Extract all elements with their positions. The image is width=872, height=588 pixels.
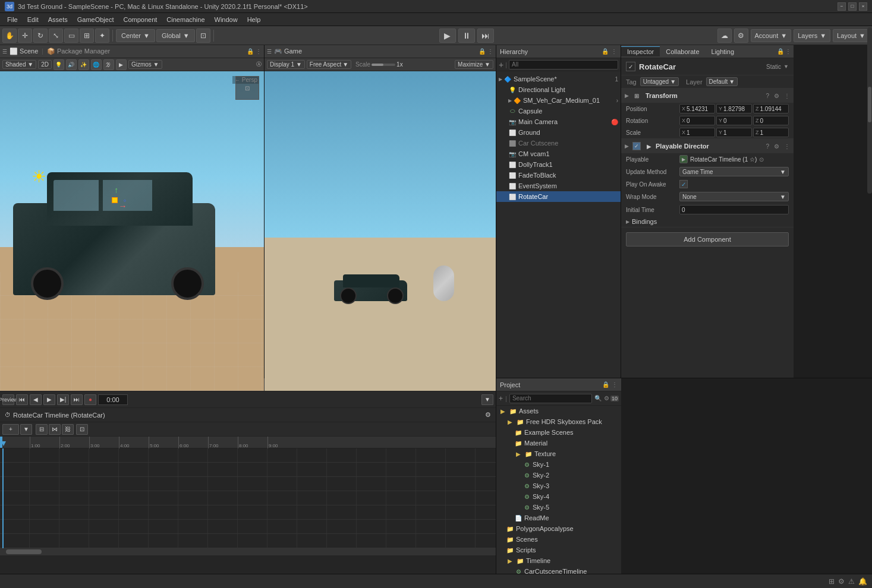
tab-lighting[interactable]: Lighting [706, 47, 741, 56]
transform-tool-button[interactable]: ⊞ [80, 29, 94, 43]
snap-button[interactable]: ⊡ [196, 29, 210, 43]
transform-help[interactable]: ? [766, 93, 769, 99]
timeline-next-button[interactable]: ▶| [57, 394, 69, 405]
scale-y[interactable]: Y 1 [716, 128, 752, 137]
aspect-dropdown[interactable]: Free Aspect ▼ [307, 60, 351, 69]
project-scrollbar[interactable] [867, 27, 872, 194]
proj-examplescenes[interactable]: 📁 Example Scenes [496, 427, 621, 438]
center-toggle[interactable]: Center ▼ [116, 29, 155, 42]
layer-dropdown[interactable]: Default ▼ [706, 77, 738, 86]
proj-scripts[interactable]: 📁 Scripts [496, 545, 621, 555]
scene-menu-icon[interactable]: ⋮ [256, 48, 262, 55]
hierarchy-lock[interactable]: 🔒 [602, 48, 609, 55]
scale-x[interactable]: X 1 [679, 128, 715, 137]
hier-item-rotatecar[interactable]: ⬜ RotateCar [496, 191, 621, 202]
menu-cinemachine[interactable]: Cinemachine [162, 15, 209, 24]
update-method-dropdown[interactable]: Game Time ▼ [679, 167, 789, 176]
static-arrow[interactable]: ▼ [783, 64, 789, 69]
proj-sky4[interactable]: ⚙ Sky-4 [496, 491, 621, 502]
rotation-x[interactable]: X 0 [679, 116, 715, 125]
scene-fx-btn[interactable]: ✨ [78, 59, 89, 70]
preview-button[interactable]: Preview [2, 394, 14, 405]
project-lock[interactable]: 🔒 [602, 381, 609, 388]
menu-file[interactable]: File [2, 15, 23, 24]
rotate-tool-button[interactable]: ↻ [33, 29, 48, 43]
proj-sky3[interactable]: ⚙ Sky-3 [496, 480, 621, 491]
playdir-help[interactable]: ? [766, 143, 769, 150]
proj-freehdrskyboxes[interactable]: ▶ 📁 Free HDR Skyboxes Pack [496, 416, 621, 427]
transform-settings[interactable]: ⚙ [774, 93, 779, 99]
position-x[interactable]: X 5.14231 [679, 104, 715, 113]
status-icon-2[interactable]: ⚙ [838, 577, 845, 586]
position-y[interactable]: Y 1.82798 [716, 104, 752, 113]
display-dropdown[interactable]: Display 1 ▼ [267, 60, 305, 69]
initial-time-field[interactable]: 0 [679, 205, 789, 214]
playable-director-header[interactable]: ▶ ✓ ▶ Playable Director ? ⚙ ⋮ [621, 139, 794, 153]
proj-readme[interactable]: 📄 ReadMe [496, 513, 621, 523]
timeline-prev-button[interactable]: ◀ [30, 394, 42, 405]
menu-edit[interactable]: Edit [23, 15, 43, 24]
inspector-lock[interactable]: 🔒 [777, 48, 784, 55]
close-button[interactable]: × [859, 2, 867, 11]
hier-item-capsule[interactable]: ⬭ Capsule [496, 106, 621, 116]
menu-assets[interactable]: Assets [43, 15, 73, 24]
menu-window[interactable]: Window [210, 15, 243, 24]
hierarchy-add-button[interactable]: + [499, 60, 503, 69]
proj-material[interactable]: 📁 Material [496, 438, 621, 448]
scene-light-btn[interactable]: 💡 [53, 59, 64, 70]
project-search-input[interactable] [509, 394, 592, 403]
timeline-scrollbar-h[interactable] [0, 548, 496, 555]
project-add[interactable]: + [499, 394, 503, 403]
2d-button[interactable]: 2D [38, 60, 52, 69]
layers-dropdown[interactable]: Layers ▼ [794, 29, 830, 42]
hier-item-dirlight[interactable]: 💡 Directional Light [496, 84, 621, 95]
timeline-start-button[interactable]: ⏮ [16, 394, 28, 405]
proj-sky5[interactable]: ⚙ Sky-5 [496, 502, 621, 513]
timeline-scrollbar-thumb[interactable] [6, 549, 42, 554]
status-icon-3[interactable]: ⚠ [848, 577, 855, 586]
tab-inspector[interactable]: Inspector [621, 46, 660, 56]
game-lock-icon[interactable]: 🔒 [479, 48, 486, 55]
playdir-menu[interactable]: ⋮ [784, 143, 790, 150]
playdir-settings[interactable]: ⚙ [774, 143, 779, 150]
timeline-clip-gear[interactable]: ⚙ [485, 411, 491, 419]
shading-dropdown[interactable]: Shaded ▼ [2, 60, 36, 69]
scene-fog-btn[interactable]: 🌫 [103, 59, 114, 70]
menu-gameobject[interactable]: GameObject [73, 15, 119, 24]
timeline-join-btn[interactable]: ⋈ [49, 424, 61, 435]
timeline-end-button[interactable]: ⏭ [71, 394, 83, 405]
nav-cube[interactable]: ⊡ [235, 76, 259, 100]
playdir-enable[interactable]: ✓ [632, 142, 641, 150]
timeline-dropdown-btn[interactable]: ▼ [481, 394, 493, 405]
play-on-awake-checkbox[interactable]: ✓ [679, 180, 688, 188]
tag-dropdown[interactable]: Untagged ▼ [640, 77, 679, 86]
play-button[interactable]: ▶ [439, 29, 456, 43]
rotation-z[interactable]: Z 0 [753, 116, 789, 125]
object-active-checkbox[interactable]: ✓ [626, 62, 635, 71]
proj-scenes[interactable]: 📁 Scenes [496, 534, 621, 545]
minimize-button[interactable]: − [838, 2, 846, 11]
hierarchy-menu[interactable]: ⋮ [611, 48, 617, 55]
scene-anim-btn[interactable]: ▶ [116, 59, 127, 70]
timeline-record-button[interactable]: ● [84, 394, 96, 405]
timeline-add-dropdown[interactable]: ▼ [20, 424, 32, 435]
hier-item-cmvcam1[interactable]: 📷 CM vcam1 [496, 148, 621, 159]
maximize-button[interactable]: □ [848, 2, 857, 11]
inspector-menu[interactable]: ⋮ [785, 48, 791, 55]
tab-collaborate[interactable]: Collaborate [660, 47, 705, 56]
pause-button[interactable]: ⏸ [458, 29, 475, 43]
rect-tool-button[interactable]: ▭ [64, 29, 78, 43]
step-button[interactable]: ⏭ [477, 29, 494, 43]
package-manager-tab[interactable]: 📦 Package Manager [47, 48, 110, 55]
add-component-button[interactable]: Add Component [626, 232, 789, 246]
transform-header[interactable]: ▶ ⊞ Transform ? ⚙ ⋮ [621, 88, 794, 103]
scene-lock-icon[interactable]: 🔒 [247, 48, 254, 55]
status-icon-4[interactable]: 🔔 [858, 577, 867, 586]
scene-audio-btn[interactable]: 🔊 [66, 59, 77, 70]
proj-timeline-folder[interactable]: ▶ 📁 Timeline [496, 555, 621, 566]
cloud-button[interactable]: ☁ [717, 29, 732, 43]
layout-dropdown[interactable]: Layout ▼ [833, 29, 870, 42]
proj-texture[interactable]: ▶ 📁 Texture [496, 448, 621, 459]
scale-z[interactable]: Z 1 [753, 128, 789, 137]
proj-carcutscenetimeline[interactable]: ⚙ CarCutsceneTimeline [496, 566, 621, 574]
